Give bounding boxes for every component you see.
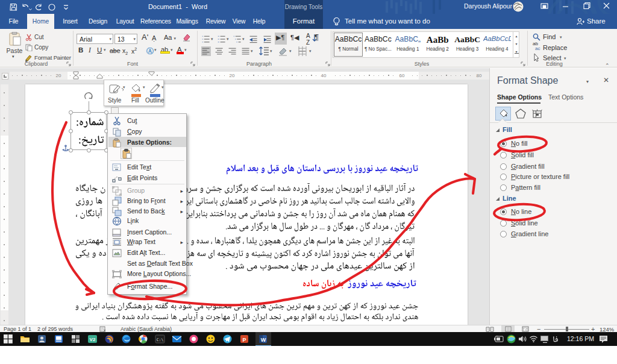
svg-text:W: W: [261, 337, 266, 343]
svg-text:P: P: [242, 337, 246, 343]
svg-text:V2: V2: [90, 337, 96, 342]
svg-text:C:\: C:\: [157, 337, 164, 342]
